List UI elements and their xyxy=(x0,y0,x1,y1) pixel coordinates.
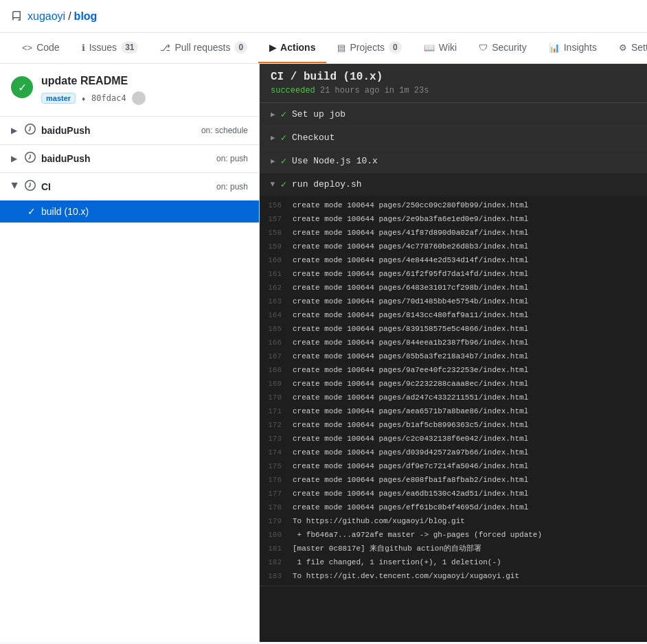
projects-badge: 0 xyxy=(389,41,402,54)
workflow-baidupush-2-trigger: on: push xyxy=(216,154,248,163)
step-check-icon-2: ✓ xyxy=(281,132,286,143)
job-build[interactable]: ✓ build (10.x) xyxy=(0,200,259,222)
line-number: 162 xyxy=(260,281,293,294)
log-line: 163create mode 100644 pages/70d1485bb4e5… xyxy=(260,295,647,308)
line-content: create mode 100644 pages/9a7ee40fc232253… xyxy=(293,364,528,376)
tab-insights-label: Insights xyxy=(564,42,597,53)
line-number: 179 xyxy=(260,515,293,527)
line-content: create mode 100644 pages/41f87d890d0a02a… xyxy=(293,227,528,239)
commit-hash: 80fdac4 xyxy=(91,93,126,103)
tab-settings-label: Settings xyxy=(631,42,647,53)
line-number: 177 xyxy=(260,487,293,500)
log-line: 165create mode 100644 pages/839158575e5c… xyxy=(260,322,647,336)
log-line: 179To https://github.com/xugaoyi/blog.gi… xyxy=(260,514,647,528)
branch-badge[interactable]: master xyxy=(41,93,76,104)
line-content: create mode 100644 pages/c2c0432138f6e04… xyxy=(293,433,528,445)
workflow-ci-header[interactable]: ▶ CI on: push xyxy=(0,173,259,200)
repo-name-link[interactable]: blog xyxy=(74,10,98,23)
tab-code[interactable]: <> Code xyxy=(11,33,71,63)
tab-security[interactable]: 🛡 Security xyxy=(468,33,538,63)
workflow-ci-name: CI xyxy=(41,181,51,192)
line-number: 169 xyxy=(260,378,293,390)
tab-wiki-label: Wiki xyxy=(439,42,457,53)
line-number: 165 xyxy=(260,323,293,335)
line-content: create mode 100644 pages/85b5a3fe218a34b… xyxy=(293,350,528,363)
log-line: 160create mode 100644 pages/4e8444e2d534… xyxy=(260,253,647,267)
step-deploy-header[interactable]: ▶ ✓ run deploy.sh xyxy=(260,173,647,196)
line-content: To https://git.dev.tencent.com/xugaoyi/x… xyxy=(293,570,519,582)
workflow-baidupush-schedule: ▶ baiduPush on: schedule xyxy=(0,117,259,145)
tab-issues-label: Issues xyxy=(89,42,117,53)
commit-status-icon: ✓ xyxy=(11,76,33,98)
step-setup-header[interactable]: ▶ ✓ Set up job xyxy=(260,103,647,126)
line-content: 1 file changed, 1 insertion(+), 1 deleti… xyxy=(293,556,501,568)
workflow-baidupush-1-name: baiduPush xyxy=(41,125,91,136)
step-setup-name: Set up job xyxy=(292,109,345,119)
repo-path: xugaoyi / blog xyxy=(27,10,97,23)
log-line: 167create mode 100644 pages/85b5a3fe218a… xyxy=(260,349,647,363)
log-line: 183To https://git.dev.tencent.com/xugaoy… xyxy=(260,569,647,583)
line-number: 182 xyxy=(260,556,293,568)
line-number: 174 xyxy=(260,446,293,459)
step-checkout-header[interactable]: ▶ ✓ Checkout xyxy=(260,126,647,149)
line-number: 183 xyxy=(260,570,293,582)
avatar xyxy=(132,91,146,105)
workflow-ci-trigger: on: push xyxy=(216,182,248,192)
line-number: 166 xyxy=(260,336,293,349)
step-checkout-name: Checkout xyxy=(292,133,334,143)
line-content: create mode 100644 pages/ad247c433221155… xyxy=(293,391,528,404)
log-lines: 156create mode 100644 pages/250cc09c280f… xyxy=(260,196,647,586)
workflow-ci-icon xyxy=(25,180,36,194)
repo-owner-link[interactable]: xugaoyi xyxy=(27,10,65,23)
workflow-baidupush-2-name: baiduPush xyxy=(41,153,91,164)
line-content: create mode 100644 pages/4e8444e2d534d14… xyxy=(293,254,528,266)
path-separator: / xyxy=(68,10,71,23)
tab-projects-label: Projects xyxy=(350,42,385,53)
log-line: 158create mode 100644 pages/41f87d890d0a… xyxy=(260,226,647,240)
log-line: 162create mode 100644 pages/6483e31017cf… xyxy=(260,281,647,295)
commit-title: update README xyxy=(41,75,248,87)
tab-wiki[interactable]: 📖 Wiki xyxy=(413,33,468,63)
tab-actions-label: Actions xyxy=(280,42,315,53)
tab-projects[interactable]: ▤ Projects 0 xyxy=(326,33,412,63)
log-line: 172create mode 100644 pages/b1af5cb89963… xyxy=(260,418,647,432)
line-content: create mode 100644 pages/6483e31017cf298… xyxy=(293,281,528,294)
line-content: create mode 100644 pages/70d1485bb4e5754… xyxy=(293,295,528,308)
log-line: 161create mode 100644 pages/61f2f95fd7da… xyxy=(260,267,647,281)
step-nodejs-header[interactable]: ▶ ✓ Use Node.js 10.x xyxy=(260,150,647,172)
step-checkout: ▶ ✓ Checkout xyxy=(260,126,647,150)
tab-pr-label: Pull requests xyxy=(174,42,230,53)
line-number: 157 xyxy=(260,213,293,225)
tab-code-label: Code xyxy=(36,42,59,53)
check-icon: ✓ xyxy=(27,206,36,217)
step-chevron-down-icon: ▶ xyxy=(269,182,277,187)
repo-icon xyxy=(11,11,22,22)
projects-icon: ▤ xyxy=(337,43,345,53)
tab-issues[interactable]: ℹ Issues 31 xyxy=(71,33,150,63)
step-deploy-name: run deploy.sh xyxy=(292,179,361,189)
workflow-baidupush-1-trigger: on: schedule xyxy=(201,126,248,135)
line-content: create mode 100644 pages/250cc09c280f0b9… xyxy=(293,199,528,211)
line-number: 170 xyxy=(260,391,293,404)
line-number: 172 xyxy=(260,419,293,431)
nav-tabs: <> Code ℹ Issues 31 ⎇ Pull requests 0 ▶ … xyxy=(0,33,647,64)
workflow-baidupush-push-header[interactable]: ▶ baiduPush on: push xyxy=(0,145,259,172)
step-check-icon-3: ✓ xyxy=(281,155,286,167)
workflow-baidupush-schedule-header[interactable]: ▶ baiduPush on: schedule xyxy=(0,117,259,144)
line-content: create mode 100644 pages/d039d42572a97b6… xyxy=(293,446,528,459)
line-number: 164 xyxy=(260,309,293,321)
line-content: + fb646a7...a972afe master -> gh-pages (… xyxy=(293,529,542,541)
log-line: 177create mode 100644 pages/ea6db1530c42… xyxy=(260,487,647,501)
log-line: 159create mode 100644 pages/4c778760be26… xyxy=(260,240,647,253)
tab-insights[interactable]: 📊 Insights xyxy=(538,33,608,63)
settings-icon: ⚙ xyxy=(619,43,627,53)
line-content: create mode 100644 pages/4c778760be26d8b… xyxy=(293,240,528,253)
tab-actions[interactable]: ▶ Actions xyxy=(258,33,326,63)
line-content: [master 0c8817e] 来自github action的自动部署 xyxy=(293,542,481,555)
tab-pull-requests[interactable]: ⎇ Pull requests 0 xyxy=(149,33,258,63)
line-number: 180 xyxy=(260,529,293,541)
tab-settings[interactable]: ⚙ Settings xyxy=(608,33,647,63)
line-content: create mode 100644 pages/e808fba1fa8fbab… xyxy=(293,474,528,486)
log-line: 181[master 0c8817e] 来自github action的自动部署 xyxy=(260,542,647,555)
wiki-icon: 📖 xyxy=(424,43,435,53)
